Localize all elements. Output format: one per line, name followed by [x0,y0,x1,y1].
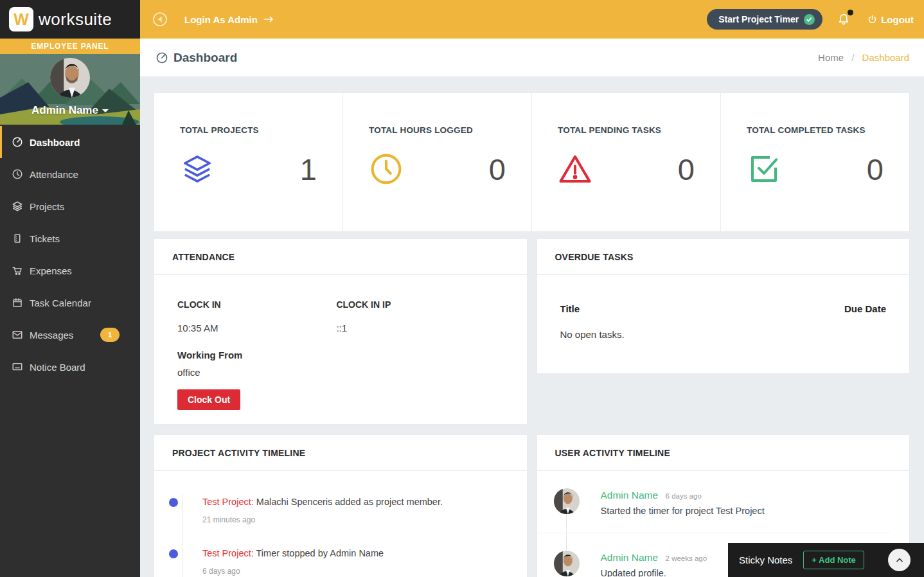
working-from-label: Working From [177,350,509,360]
stat-value: 1 [300,154,317,184]
envelope-icon [12,329,23,341]
breadcrumb: Home / Dashboard [818,52,909,63]
stat-label: TOTAL PENDING TASKS [558,125,695,135]
sidebar-item-label: Tickets [30,233,60,244]
sidebar-toggle-arrow-icon[interactable] [152,12,168,27]
speedometer-icon [12,136,23,148]
project-timeline-title: PROJECT ACTIVITY TIMELINE [154,435,527,471]
cart-icon [12,265,23,276]
page-title-text: Dashboard [173,51,237,65]
check-circle-icon [804,14,815,25]
user-avatar[interactable] [50,58,90,98]
scroll-to-top-button[interactable] [888,549,911,571]
timeline-item-text: Updated profile. [601,568,707,577]
stat-value: 0 [489,154,506,184]
user-avatar[interactable] [554,551,580,576]
stats-summary-card: TOTAL PROJECTS 1 TOTAL HOURS LOGGED 0 TO… [154,93,909,231]
arrow-right-icon [263,15,274,24]
profile-section: Admin Name [0,54,140,125]
logo-text: worksuite [39,10,112,30]
working-from-value: office [177,367,509,378]
user-name-link[interactable]: Admin Name [601,552,659,563]
page-title: Dashboard [155,51,237,65]
sidebar-item-label: Notice Board [30,362,85,373]
overdue-tasks-card-title: OVERDUE TASKS [537,239,910,275]
clock-in-ip-label: CLOCK IN IP [336,299,495,310]
start-project-timer-button[interactable]: Start Project Timer [707,9,822,30]
sticky-notes-bar[interactable]: Sticky Notes + Add Note [728,543,924,577]
attendance-card: ATTENDANCE CLOCK IN 10:35 AM CLOCK IN IP… [154,239,527,424]
timeline-dot-icon [169,498,178,507]
sidebar-item-label: Attendance [30,169,78,180]
breadcrumb-home-link[interactable]: Home [818,52,844,63]
clock-icon [12,168,23,180]
no-open-tasks-text: No open tasks. [560,329,887,340]
employee-panel-label: EMPLOYEE PANEL [0,39,140,54]
messages-count-badge: 1 [100,328,120,342]
stat-label: TOTAL HOURS LOGGED [369,125,506,135]
sidebar-item-label: Expenses [30,265,72,276]
layers-icon [12,200,23,212]
clock-in-label: CLOCK IN [177,299,336,310]
stat-total-projects: TOTAL PROJECTS 1 [154,93,343,231]
sidebar-item-task-calendar[interactable]: Task Calendar [0,287,140,319]
sidebar-item-label: Projects [30,201,64,212]
timeline-item-time: 2 weeks ago [666,555,707,562]
main-content: TOTAL PROJECTS 1 TOTAL HOURS LOGGED 0 TO… [140,77,924,577]
breadcrumb-current: Dashboard [862,52,909,63]
clock-out-button[interactable]: Clock Out [177,389,240,410]
stat-label: TOTAL PROJECTS [180,125,317,135]
timeline-item-text: Malachi Spenceris added as project membe… [254,497,443,507]
timeline-item: Test Project: Timer stopped by Admin Nam… [202,548,509,576]
timeline-item-text: Timer stopped by Admin Name [254,548,384,558]
sidebar-item-dashboard[interactable]: Dashboard [0,126,140,158]
layers-icon [180,152,215,186]
sidebar-item-attendance[interactable]: Attendance [0,158,140,190]
user-avatar[interactable] [554,488,580,514]
topbar: Login As Admin Start Project Timer Logou… [140,0,924,39]
overdue-col-due-date: Due Date [844,303,886,314]
breadcrumb-separator: / [851,52,854,63]
timeline-item: Test Project: Malachi Spenceris added as… [202,497,509,524]
overdue-col-title: Title [560,303,580,314]
sidebar: W worksuite EMPLOYEE PANEL [0,0,140,577]
user-timeline-title: USER ACTIVITY TIMELINE [537,435,910,471]
overdue-tasks-card: OVERDUE TASKS Title Due Date No open tas… [537,239,910,373]
page-header: Dashboard Home / Dashboard [140,39,924,77]
sidebar-item-projects[interactable]: Projects [0,190,140,222]
warning-icon [558,152,592,186]
login-as-admin-label: Login As Admin [184,14,258,25]
add-note-button[interactable]: + Add Note [803,551,864,569]
start-timer-label: Start Project Timer [718,14,799,24]
sidebar-item-expenses[interactable]: Expenses [0,254,140,287]
app-logo[interactable]: W worksuite [0,0,140,39]
clock-in-value: 10:35 AM [177,323,336,333]
timeline-item-time: 6 days ago [666,492,702,500]
stat-total-completed-tasks: TOTAL COMPLETED TASKS 0 [721,93,909,231]
attendance-card-title: ATTENDANCE [154,239,527,275]
project-activity-timeline-card: PROJECT ACTIVITY TIMELINE Test Project: … [154,435,527,577]
sidebar-item-label: Messages [30,330,73,341]
ticket-icon [12,233,23,244]
user-name-link[interactable]: Admin Name [601,490,659,501]
logout-link[interactable]: Logout [867,14,914,25]
chevron-down-icon [102,109,109,112]
user-name-dropdown[interactable]: Admin Name [0,104,140,117]
sidebar-item-notice-board[interactable]: Notice Board [0,351,140,383]
timeline-dot-icon [169,549,178,558]
login-as-admin-link[interactable]: Login As Admin [184,14,274,25]
stat-value: 0 [867,154,884,184]
calendar-icon [12,297,23,308]
project-link[interactable]: Test Project: [202,497,254,507]
logout-label: Logout [881,14,914,25]
clock-icon [369,152,404,186]
sidebar-item-tickets[interactable]: Tickets [0,222,140,254]
speedometer-icon [155,51,168,64]
project-link[interactable]: Test Project: [202,548,254,558]
notification-badge-dot [848,10,853,15]
stat-value: 0 [678,154,695,184]
sidebar-item-messages[interactable]: Messages 1 [0,319,140,351]
power-icon [867,15,877,24]
sidebar-item-label: Task Calendar [30,297,91,308]
notifications-bell-icon[interactable] [837,12,851,27]
